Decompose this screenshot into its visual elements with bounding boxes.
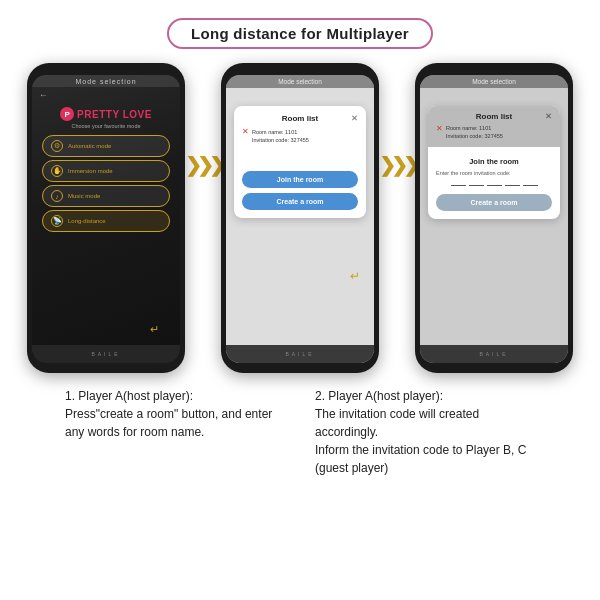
- dialog-header-3: Room list ✕ ✕ Room name: 1101 Invitation…: [428, 106, 560, 147]
- desc-col-2: 2. Player A(host player): The invitation…: [315, 387, 535, 477]
- room-entry-3: ✕ Room name: 1101 Invitation code: 32745…: [436, 124, 552, 141]
- forward-arrows-1: ❯❯❯: [185, 153, 221, 177]
- join-room-title: Join the room: [436, 157, 552, 166]
- create-room-button-3[interactable]: Create a room: [436, 194, 552, 211]
- immersion-label: Immersion mode: [68, 168, 113, 174]
- cursor-indicator: ↵: [150, 323, 168, 341]
- desc-col-1: 1. Player A(host player): Press"create a…: [65, 387, 285, 477]
- phones-row: Mode selection ← P PRETTY LOVE Choose yo…: [0, 63, 600, 373]
- page-title: Long distance for Multiplayer: [167, 18, 433, 49]
- phone-1-logo: P PRETTY LOVE: [32, 107, 180, 121]
- code-dash-1: [451, 185, 466, 186]
- dialog-body-3: Join the room Enter the room invitation …: [428, 147, 560, 219]
- cursor-indicator-2: ↵: [350, 269, 360, 283]
- automatic-label: Automatic mode: [68, 143, 111, 149]
- pretty-love-icon: P: [60, 107, 74, 121]
- phone-1-tagline: Choose your favourite mode: [32, 123, 180, 129]
- room-info-3: Room name: 1101 Invitation code: 327455: [446, 124, 503, 141]
- title-bar: Long distance for Multiplayer: [0, 0, 600, 59]
- desc-text-2: 2. Player A(host player): The invitation…: [315, 389, 526, 475]
- pretty-love-text: PRETTY LOVE: [77, 109, 152, 120]
- code-dash-2: [469, 185, 484, 186]
- code-dash-3: [487, 185, 502, 186]
- longdistance-icon: 📡: [51, 215, 63, 227]
- mode-btn-longdistance[interactable]: 📡 Long-distance: [42, 210, 170, 232]
- mode-btn-music[interactable]: ♪ Music mode: [42, 185, 170, 207]
- remove-room-icon-3[interactable]: ✕: [436, 124, 443, 133]
- dialog-title-3: Room list ✕: [436, 112, 552, 121]
- room-list-dialog-2: Room list ✕ ✕ Room name: 1101 Invitation…: [234, 106, 366, 218]
- close-icon-2[interactable]: ✕: [351, 114, 358, 123]
- phone-1-bottom: BAILE: [32, 345, 180, 363]
- close-icon-3[interactable]: ✕: [545, 112, 552, 121]
- room-entry-2: ✕ Room name: 1101 Invitation code: 32745…: [242, 128, 358, 145]
- phone-1: Mode selection ← P PRETTY LOVE Choose yo…: [27, 63, 185, 373]
- automatic-icon: ⚙: [51, 140, 63, 152]
- desc-text-1: 1. Player A(host player): Press"create a…: [65, 389, 272, 439]
- phone-3: Mode selection Room list ✕ ✕ Room name: …: [415, 63, 573, 373]
- phone-1-topbar: Mode selection: [32, 75, 180, 87]
- phone-3-screen: Mode selection Room list ✕ ✕ Room name: …: [420, 75, 568, 363]
- join-room-button[interactable]: Join the room: [242, 171, 358, 188]
- mode-btn-automatic[interactable]: ⚙ Automatic mode: [42, 135, 170, 157]
- phone-1-screen: Mode selection ← P PRETTY LOVE Choose yo…: [32, 75, 180, 363]
- code-input-line: [436, 179, 552, 186]
- arrows-2: ❯❯❯: [379, 153, 415, 177]
- code-dash-4: [505, 185, 520, 186]
- phone-1-back: ←: [32, 87, 180, 103]
- dialog-title-2: Room list ✕: [242, 114, 358, 123]
- code-dash-5: [523, 185, 538, 186]
- longdistance-label: Long-distance: [68, 218, 106, 224]
- phone-2-topbar: Mode selection: [226, 75, 374, 88]
- phone-2-bottom: BAILE: [226, 345, 374, 363]
- immersion-icon: ✋: [51, 165, 63, 177]
- mode-btn-immersion[interactable]: ✋ Immersion mode: [42, 160, 170, 182]
- phone-3-topbar: Mode selection: [420, 75, 568, 88]
- forward-arrows-2: ❯❯❯: [379, 153, 415, 177]
- enter-code-label: Enter the room invitation code:: [436, 170, 552, 176]
- remove-room-icon[interactable]: ✕: [242, 128, 249, 136]
- phone-3-bottom: BAILE: [420, 345, 568, 363]
- music-icon: ♪: [51, 190, 63, 202]
- room-info-2: Room name: 1101 Invitation code: 327455: [252, 128, 309, 145]
- create-room-button-2[interactable]: Create a room: [242, 193, 358, 210]
- phone-2-screen: Mode selection Room list ✕ ✕ Room name: …: [226, 75, 374, 363]
- room-list-dialog-3: Room list ✕ ✕ Room name: 1101 Invitation…: [428, 106, 560, 219]
- description-row: 1. Player A(host player): Press"create a…: [0, 373, 600, 477]
- arrows-1: ❯❯❯: [185, 153, 221, 177]
- phone-2: Mode selection Room list ✕ ✕ Room name: …: [221, 63, 379, 373]
- music-label: Music mode: [68, 193, 100, 199]
